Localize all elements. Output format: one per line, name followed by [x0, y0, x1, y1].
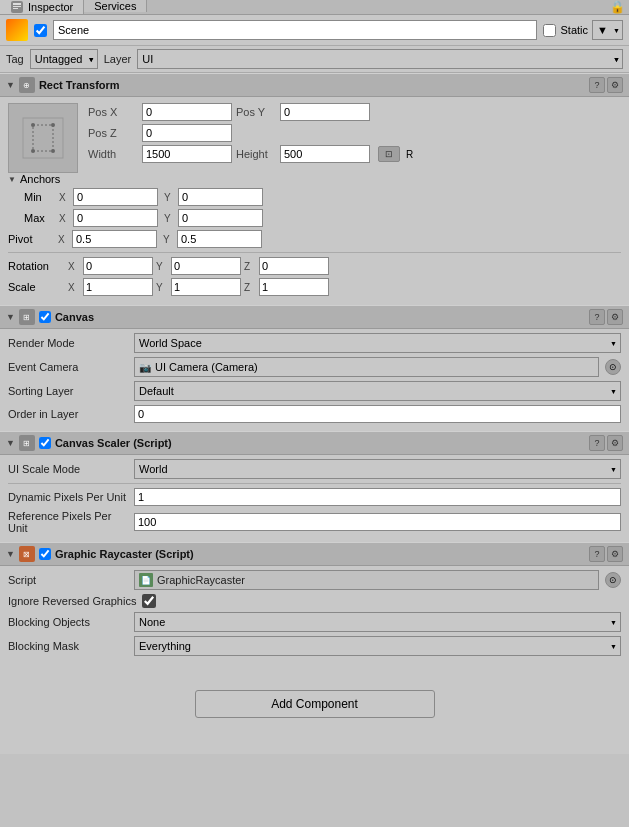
- pivot-y-input[interactable]: 0.5: [177, 230, 262, 248]
- pos-z-label: Pos Z: [88, 127, 138, 139]
- svg-point-6: [31, 123, 35, 127]
- layer-label: Layer: [104, 53, 132, 65]
- anchors-collapse[interactable]: ▼: [8, 175, 16, 184]
- scale-x-label: X: [68, 282, 80, 293]
- canvas-gear-btn[interactable]: ⚙: [607, 309, 623, 325]
- tab-services[interactable]: Services: [84, 0, 147, 12]
- pos-y-input[interactable]: 0: [280, 103, 370, 121]
- event-camera-picker-btn[interactable]: ⊙: [605, 359, 621, 375]
- graphic-raycaster-icon: ⊠: [19, 546, 35, 562]
- script-picker-btn[interactable]: ⊙: [605, 572, 621, 588]
- sorting-layer-select[interactable]: Default: [134, 381, 621, 401]
- layer-select[interactable]: UI: [137, 49, 623, 69]
- width-input[interactable]: 1500: [142, 145, 232, 163]
- graphic-raycaster-header: ▼ ⊠ Graphic Raycaster (Script) ? ⚙: [0, 542, 629, 566]
- pivot-x-input[interactable]: 0.5: [72, 230, 157, 248]
- scaler-separator: [8, 483, 621, 484]
- rect-transform-fields: Pos X 0 Pos Y 0 Pos Z 0 Width 1500 Heigh…: [88, 103, 621, 166]
- graphic-raycaster-actions: ? ⚙: [589, 546, 623, 562]
- inspector-tab-label: Inspector: [28, 1, 73, 13]
- canvas-enabled-checkbox[interactable]: [39, 311, 51, 323]
- pivot-xyz: X 0.5 Y 0.5: [58, 230, 262, 248]
- min-x-label: X: [59, 192, 71, 203]
- rect-transform-header: ▼ ⊕ Rect Transform ? ⚙: [0, 73, 629, 97]
- canvas-scaler-header: ▼ ⊞ Canvas Scaler (Script) ? ⚙: [0, 431, 629, 455]
- width-label: Width: [88, 148, 138, 160]
- lock-icon[interactable]: 🔒: [610, 0, 629, 14]
- anchors-max-xyz: X 0 Y 0: [59, 209, 263, 227]
- rect-transform-gear-btn[interactable]: ⚙: [607, 77, 623, 93]
- canvas-actions: ? ⚙: [589, 309, 623, 325]
- scale-z-label: Z: [244, 282, 256, 293]
- object-name-input[interactable]: Scene: [53, 20, 537, 40]
- static-dropdown[interactable]: ▼: [592, 20, 623, 40]
- blocking-mask-select[interactable]: Everything: [134, 636, 621, 656]
- reference-pixels-input[interactable]: 100: [134, 513, 621, 531]
- add-component-button[interactable]: Add Component: [195, 690, 435, 718]
- rot-z-input[interactable]: 0: [259, 257, 329, 275]
- enabled-checkbox-wrapper[interactable]: [34, 24, 47, 37]
- graphic-raycaster-enabled-checkbox[interactable]: [39, 548, 51, 560]
- rect-transform-collapse[interactable]: ▼: [6, 80, 15, 90]
- max-y-input[interactable]: 0: [178, 209, 263, 227]
- pivot-label: Pivot: [8, 233, 58, 245]
- anchors-header: ▼ Anchors: [8, 173, 621, 185]
- blocking-objects-wrapper: None: [134, 612, 621, 632]
- svg-rect-4: [23, 118, 63, 158]
- height-label: Height: [236, 148, 276, 160]
- canvas-scaler-content: UI Scale Mode World Dynamic Pixels Per U…: [0, 455, 629, 542]
- dynamic-pixels-input[interactable]: 1: [134, 488, 621, 506]
- static-checkbox[interactable]: [543, 24, 556, 37]
- anchors-max-label: Max: [24, 212, 59, 224]
- min-y-input[interactable]: 0: [178, 188, 263, 206]
- canvas-scaler-enabled-checkbox[interactable]: [39, 437, 51, 449]
- tag-label: Tag: [6, 53, 24, 65]
- canvas-scaler-collapse[interactable]: ▼: [6, 438, 15, 448]
- pos-x-input[interactable]: 0: [142, 103, 232, 121]
- resize-btn[interactable]: ⊡: [378, 146, 400, 162]
- canvas-content: Render Mode World Space Event Camera 📷 U…: [0, 329, 629, 431]
- scale-y-input[interactable]: 1: [171, 278, 241, 296]
- canvas-scaler-actions: ? ⚙: [589, 435, 623, 451]
- svg-rect-2: [13, 6, 21, 7]
- anchors-section: ▼ Anchors Min X 0 Y 0 Max X 0 Y 0 Pivot: [8, 173, 621, 296]
- ignore-reversed-row: Ignore Reversed Graphics: [8, 594, 621, 608]
- ignore-reversed-checkbox[interactable]: [142, 594, 156, 608]
- canvas-scaler-gear-btn[interactable]: ⚙: [607, 435, 623, 451]
- pos-z-input[interactable]: 0: [142, 124, 232, 142]
- render-mode-select[interactable]: World Space: [134, 333, 621, 353]
- script-value: GraphicRaycaster: [157, 574, 245, 586]
- graphic-raycaster-collapse[interactable]: ▼: [6, 549, 15, 559]
- tag-select[interactable]: Untagged: [30, 49, 98, 69]
- tab-inspector[interactable]: Inspector: [0, 0, 84, 14]
- graphic-raycaster-help-btn[interactable]: ?: [589, 546, 605, 562]
- order-in-layer-label: Order in Layer: [8, 408, 128, 420]
- services-tab-label: Services: [94, 0, 136, 12]
- anchors-min-xyz: X 0 Y 0: [59, 188, 263, 206]
- ignore-reversed-label: Ignore Reversed Graphics: [8, 595, 136, 607]
- rot-y-input[interactable]: 0: [171, 257, 241, 275]
- rect-transform-help-btn[interactable]: ?: [589, 77, 605, 93]
- rot-x-input[interactable]: 0: [83, 257, 153, 275]
- scale-x-input[interactable]: 1: [83, 278, 153, 296]
- script-row: Script 📄 GraphicRaycaster ⊙: [8, 570, 621, 590]
- canvas-scaler-help-btn[interactable]: ?: [589, 435, 605, 451]
- graphic-raycaster-title: Graphic Raycaster (Script): [55, 548, 194, 560]
- blocking-objects-label: Blocking Objects: [8, 616, 128, 628]
- graphic-raycaster-gear-btn[interactable]: ⚙: [607, 546, 623, 562]
- reference-pixels-label: Reference Pixels Per Unit: [8, 510, 128, 534]
- sorting-layer-label: Sorting Layer: [8, 385, 128, 397]
- order-in-layer-input[interactable]: 0: [134, 405, 621, 423]
- min-x-input[interactable]: 0: [73, 188, 158, 206]
- canvas-help-btn[interactable]: ?: [589, 309, 605, 325]
- rotation-row: Rotation X 0 Y 0 Z 0: [8, 257, 621, 275]
- height-input[interactable]: 500: [280, 145, 370, 163]
- object-enabled-checkbox[interactable]: [34, 24, 47, 37]
- ui-scale-mode-select[interactable]: World: [134, 459, 621, 479]
- size-row: Width 1500 Height 500 ⊡ R: [88, 145, 621, 163]
- event-camera-value: UI Camera (Camera): [155, 361, 258, 373]
- scale-z-input[interactable]: 1: [259, 278, 329, 296]
- max-x-input[interactable]: 0: [73, 209, 158, 227]
- canvas-collapse[interactable]: ▼: [6, 312, 15, 322]
- blocking-objects-select[interactable]: None: [134, 612, 621, 632]
